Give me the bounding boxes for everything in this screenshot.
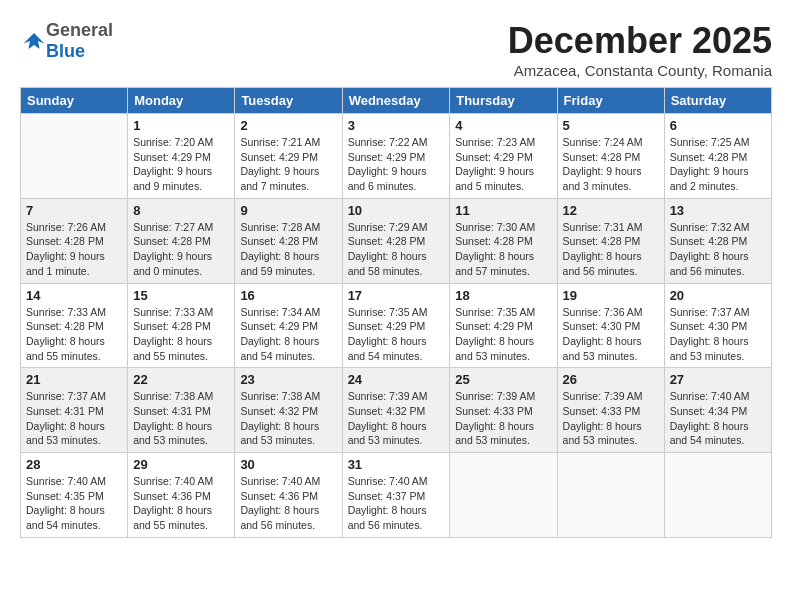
header-sunday: Sunday	[21, 88, 128, 114]
calendar-week-row: 14Sunrise: 7:33 AMSunset: 4:28 PMDayligh…	[21, 283, 772, 368]
day-info: Sunrise: 7:26 AMSunset: 4:28 PMDaylight:…	[26, 220, 122, 279]
calendar-cell: 15Sunrise: 7:33 AMSunset: 4:28 PMDayligh…	[128, 283, 235, 368]
day-number: 25	[455, 372, 551, 387]
day-info: Sunrise: 7:31 AMSunset: 4:28 PMDaylight:…	[563, 220, 659, 279]
header-friday: Friday	[557, 88, 664, 114]
calendar-cell: 21Sunrise: 7:37 AMSunset: 4:31 PMDayligh…	[21, 368, 128, 453]
calendar-cell: 11Sunrise: 7:30 AMSunset: 4:28 PMDayligh…	[450, 198, 557, 283]
calendar-cell: 8Sunrise: 7:27 AMSunset: 4:28 PMDaylight…	[128, 198, 235, 283]
month-title: December 2025	[508, 20, 772, 62]
day-number: 1	[133, 118, 229, 133]
day-number: 4	[455, 118, 551, 133]
header-wednesday: Wednesday	[342, 88, 450, 114]
day-number: 11	[455, 203, 551, 218]
day-number: 17	[348, 288, 445, 303]
day-info: Sunrise: 7:30 AMSunset: 4:28 PMDaylight:…	[455, 220, 551, 279]
calendar-cell: 20Sunrise: 7:37 AMSunset: 4:30 PMDayligh…	[664, 283, 771, 368]
header-tuesday: Tuesday	[235, 88, 342, 114]
calendar-cell: 3Sunrise: 7:22 AMSunset: 4:29 PMDaylight…	[342, 114, 450, 199]
logo-icon	[22, 29, 46, 53]
day-number: 30	[240, 457, 336, 472]
day-number: 23	[240, 372, 336, 387]
day-info: Sunrise: 7:34 AMSunset: 4:29 PMDaylight:…	[240, 305, 336, 364]
day-number: 21	[26, 372, 122, 387]
calendar-cell: 22Sunrise: 7:38 AMSunset: 4:31 PMDayligh…	[128, 368, 235, 453]
day-number: 15	[133, 288, 229, 303]
calendar-cell: 29Sunrise: 7:40 AMSunset: 4:36 PMDayligh…	[128, 453, 235, 538]
page-header: General Blue December 2025 Amzacea, Cons…	[20, 20, 772, 79]
calendar-cell: 26Sunrise: 7:39 AMSunset: 4:33 PMDayligh…	[557, 368, 664, 453]
calendar-cell: 4Sunrise: 7:23 AMSunset: 4:29 PMDaylight…	[450, 114, 557, 199]
day-number: 24	[348, 372, 445, 387]
day-info: Sunrise: 7:20 AMSunset: 4:29 PMDaylight:…	[133, 135, 229, 194]
calendar-header-row: SundayMondayTuesdayWednesdayThursdayFrid…	[21, 88, 772, 114]
calendar-cell: 23Sunrise: 7:38 AMSunset: 4:32 PMDayligh…	[235, 368, 342, 453]
day-number: 5	[563, 118, 659, 133]
header-thursday: Thursday	[450, 88, 557, 114]
calendar-cell: 6Sunrise: 7:25 AMSunset: 4:28 PMDaylight…	[664, 114, 771, 199]
day-number: 12	[563, 203, 659, 218]
calendar-week-row: 28Sunrise: 7:40 AMSunset: 4:35 PMDayligh…	[21, 453, 772, 538]
day-number: 27	[670, 372, 766, 387]
calendar-cell	[557, 453, 664, 538]
day-number: 10	[348, 203, 445, 218]
calendar-cell: 31Sunrise: 7:40 AMSunset: 4:37 PMDayligh…	[342, 453, 450, 538]
day-number: 22	[133, 372, 229, 387]
calendar-cell: 1Sunrise: 7:20 AMSunset: 4:29 PMDaylight…	[128, 114, 235, 199]
day-info: Sunrise: 7:23 AMSunset: 4:29 PMDaylight:…	[455, 135, 551, 194]
calendar-cell: 12Sunrise: 7:31 AMSunset: 4:28 PMDayligh…	[557, 198, 664, 283]
day-info: Sunrise: 7:22 AMSunset: 4:29 PMDaylight:…	[348, 135, 445, 194]
day-info: Sunrise: 7:40 AMSunset: 4:36 PMDaylight:…	[240, 474, 336, 533]
logo: General Blue	[20, 20, 113, 62]
calendar-cell: 27Sunrise: 7:40 AMSunset: 4:34 PMDayligh…	[664, 368, 771, 453]
calendar-cell	[21, 114, 128, 199]
calendar-cell: 19Sunrise: 7:36 AMSunset: 4:30 PMDayligh…	[557, 283, 664, 368]
day-info: Sunrise: 7:35 AMSunset: 4:29 PMDaylight:…	[455, 305, 551, 364]
day-info: Sunrise: 7:28 AMSunset: 4:28 PMDaylight:…	[240, 220, 336, 279]
day-number: 8	[133, 203, 229, 218]
calendar-cell: 17Sunrise: 7:35 AMSunset: 4:29 PMDayligh…	[342, 283, 450, 368]
day-number: 3	[348, 118, 445, 133]
day-info: Sunrise: 7:21 AMSunset: 4:29 PMDaylight:…	[240, 135, 336, 194]
header-saturday: Saturday	[664, 88, 771, 114]
day-number: 31	[348, 457, 445, 472]
title-block: December 2025 Amzacea, Constanta County,…	[508, 20, 772, 79]
calendar-cell: 2Sunrise: 7:21 AMSunset: 4:29 PMDaylight…	[235, 114, 342, 199]
location-subtitle: Amzacea, Constanta County, Romania	[508, 62, 772, 79]
calendar-cell: 13Sunrise: 7:32 AMSunset: 4:28 PMDayligh…	[664, 198, 771, 283]
day-info: Sunrise: 7:39 AMSunset: 4:33 PMDaylight:…	[563, 389, 659, 448]
calendar-cell: 18Sunrise: 7:35 AMSunset: 4:29 PMDayligh…	[450, 283, 557, 368]
svg-marker-0	[24, 33, 45, 49]
day-info: Sunrise: 7:37 AMSunset: 4:31 PMDaylight:…	[26, 389, 122, 448]
day-info: Sunrise: 7:33 AMSunset: 4:28 PMDaylight:…	[26, 305, 122, 364]
calendar-cell: 24Sunrise: 7:39 AMSunset: 4:32 PMDayligh…	[342, 368, 450, 453]
logo-blue-text: Blue	[46, 41, 85, 61]
calendar-cell: 28Sunrise: 7:40 AMSunset: 4:35 PMDayligh…	[21, 453, 128, 538]
calendar-cell: 30Sunrise: 7:40 AMSunset: 4:36 PMDayligh…	[235, 453, 342, 538]
day-number: 26	[563, 372, 659, 387]
header-monday: Monday	[128, 88, 235, 114]
day-number: 16	[240, 288, 336, 303]
day-info: Sunrise: 7:27 AMSunset: 4:28 PMDaylight:…	[133, 220, 229, 279]
day-info: Sunrise: 7:40 AMSunset: 4:35 PMDaylight:…	[26, 474, 122, 533]
day-number: 9	[240, 203, 336, 218]
day-info: Sunrise: 7:40 AMSunset: 4:36 PMDaylight:…	[133, 474, 229, 533]
calendar-week-row: 21Sunrise: 7:37 AMSunset: 4:31 PMDayligh…	[21, 368, 772, 453]
day-number: 14	[26, 288, 122, 303]
calendar-cell: 16Sunrise: 7:34 AMSunset: 4:29 PMDayligh…	[235, 283, 342, 368]
calendar-week-row: 1Sunrise: 7:20 AMSunset: 4:29 PMDaylight…	[21, 114, 772, 199]
calendar-cell: 7Sunrise: 7:26 AMSunset: 4:28 PMDaylight…	[21, 198, 128, 283]
day-info: Sunrise: 7:39 AMSunset: 4:32 PMDaylight:…	[348, 389, 445, 448]
day-info: Sunrise: 7:32 AMSunset: 4:28 PMDaylight:…	[670, 220, 766, 279]
calendar-cell: 25Sunrise: 7:39 AMSunset: 4:33 PMDayligh…	[450, 368, 557, 453]
day-number: 19	[563, 288, 659, 303]
day-info: Sunrise: 7:24 AMSunset: 4:28 PMDaylight:…	[563, 135, 659, 194]
day-number: 7	[26, 203, 122, 218]
day-info: Sunrise: 7:25 AMSunset: 4:28 PMDaylight:…	[670, 135, 766, 194]
calendar-cell: 14Sunrise: 7:33 AMSunset: 4:28 PMDayligh…	[21, 283, 128, 368]
day-info: Sunrise: 7:36 AMSunset: 4:30 PMDaylight:…	[563, 305, 659, 364]
day-number: 29	[133, 457, 229, 472]
calendar-cell: 9Sunrise: 7:28 AMSunset: 4:28 PMDaylight…	[235, 198, 342, 283]
day-number: 28	[26, 457, 122, 472]
day-info: Sunrise: 7:38 AMSunset: 4:32 PMDaylight:…	[240, 389, 336, 448]
